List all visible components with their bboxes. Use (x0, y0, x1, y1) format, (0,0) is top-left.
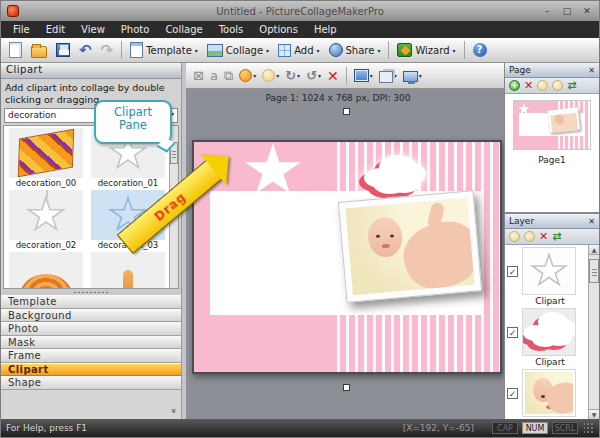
fit-window-button[interactable]: ▾ (352, 68, 375, 83)
clipart-item[interactable]: decoration_00 (7, 128, 85, 188)
clipart-item-label: decoration_00 (16, 178, 77, 188)
menu-collage[interactable]: Collage (157, 21, 210, 38)
template-label: Template (146, 45, 192, 56)
crop-icon: ⧉ (224, 69, 233, 83)
menu-edit[interactable]: Edit (38, 21, 73, 38)
section-shape[interactable]: Shape (1, 376, 181, 390)
arrange-layers-icon (379, 71, 393, 83)
move-page-down-button[interactable] (552, 80, 563, 91)
chevron-down-icon: ▾ (318, 72, 321, 79)
section-photo[interactable]: Photo (1, 322, 181, 336)
layer-visibility-checkbox[interactable]: ✓ (507, 388, 518, 399)
layer-item-photo[interactable]: ✓ (507, 369, 587, 417)
baby-photo-object[interactable] (338, 190, 482, 302)
monitor-icon (403, 71, 418, 82)
restore-button[interactable]: □ (561, 5, 573, 17)
arrange-button[interactable]: ▾ (377, 67, 399, 84)
layer-item-star[interactable]: ✓ Clipart (507, 247, 587, 306)
opacity-button[interactable]: ▾ (260, 68, 281, 83)
close-icon[interactable]: ✕ (588, 217, 595, 226)
menu-view[interactable]: View (73, 21, 113, 38)
chevron-down-icon: ▾ (394, 72, 397, 79)
zoom-fit-button[interactable]: ⊠ (191, 68, 206, 84)
share-button[interactable]: Share ▾ (325, 41, 385, 59)
layer-item-cloud[interactable]: ✓ Clipart (507, 308, 587, 367)
page-thumbnail[interactable] (513, 100, 591, 150)
delete-object-button[interactable]: ✕ (325, 68, 341, 84)
layer-visibility-checkbox[interactable]: ✓ (507, 266, 518, 277)
template-button[interactable]: Template ▾ (126, 40, 202, 60)
layer-scrollbar[interactable]: ▲ ▼ (588, 245, 599, 419)
section-background[interactable]: Background (1, 309, 181, 323)
color-adjust-button[interactable]: ▾ (237, 68, 258, 83)
menu-tools[interactable]: Tools (211, 21, 252, 38)
preview-button[interactable]: ▾ (401, 69, 424, 83)
section-template[interactable]: Template (1, 295, 181, 309)
switch-page-button[interactable]: ⇄ (567, 79, 576, 92)
add-button[interactable]: Add ▾ (274, 42, 323, 59)
collage-icon (207, 44, 223, 57)
scroll-down-icon[interactable]: ▼ (589, 409, 599, 419)
page-panel: Page ✕ + ✕ ⇄ Page1 (505, 63, 599, 212)
layer-up-button[interactable] (509, 231, 520, 242)
page-panel-title: Page (509, 65, 531, 75)
save-button[interactable] (52, 41, 74, 59)
layer-thumbnail-cloud (522, 308, 576, 356)
collage-page[interactable] (192, 140, 502, 374)
scroll-up-icon[interactable]: ▲ (589, 245, 599, 255)
clipart-category-value: decoration (8, 110, 56, 121)
toolbar-separator (346, 67, 347, 85)
selection-handle-bottom[interactable] (343, 384, 350, 391)
rotate-cw-button[interactable]: ↻▾ (283, 68, 302, 84)
selection-handle-top[interactable] (343, 108, 350, 115)
scrollbar-handle[interactable] (589, 259, 599, 283)
open-button[interactable] (27, 41, 51, 60)
cloud-clipart-object[interactable] (362, 156, 426, 196)
section-frame[interactable]: Frame (1, 349, 181, 363)
layer-visibility-checkbox[interactable]: ✓ (507, 327, 518, 338)
undo-icon: ↶ (79, 43, 92, 58)
status-help-text: For Help, press F1 (6, 423, 87, 433)
thumb-photo (548, 107, 580, 132)
canvas-area[interactable]: Page 1: 1024 x 768 px, DPI: 300 (186, 89, 504, 419)
clipart-panel-header: Clipart (1, 63, 181, 79)
help-button[interactable]: ? (469, 41, 491, 59)
delete-layer-button[interactable]: ✕ (539, 230, 548, 243)
menu-help[interactable]: Help (306, 21, 345, 38)
swap-layer-button[interactable]: ⇄ (552, 230, 561, 243)
new-button[interactable] (5, 40, 26, 60)
collage-button[interactable]: Collage ▾ (203, 42, 273, 59)
menu-photo[interactable]: Photo (113, 21, 158, 38)
redo-button[interactable]: ↷ (97, 41, 118, 60)
clipart-item[interactable] (7, 252, 85, 289)
window-title: Untitled - PictureCollageMakerPro (1, 6, 599, 17)
delete-page-button[interactable]: ✕ (524, 79, 533, 92)
menu-options[interactable]: Options (251, 21, 306, 38)
layer-down-button[interactable] (524, 231, 535, 242)
layer-list: ✓ Clipart ✓ Clipart (505, 245, 599, 419)
close-icon[interactable]: ✕ (588, 66, 595, 75)
section-clipart-active[interactable]: Clipart (1, 363, 181, 377)
crop-button[interactable]: ⧉ (222, 68, 235, 84)
open-folder-icon (31, 46, 47, 58)
clipart-item[interactable]: decoration_02 (7, 190, 85, 250)
chevron-down-icon: ▾ (266, 47, 269, 54)
resize-grip[interactable] (584, 422, 594, 434)
more-sections-icon[interactable]: » (169, 408, 179, 414)
clipart-item[interactable] (89, 252, 167, 289)
wizard-button[interactable]: Wizard ▾ (393, 41, 459, 59)
add-page-button[interactable]: + (509, 80, 520, 91)
zoom-actual-button[interactable]: a (208, 68, 220, 84)
star-clipart-object[interactable] (244, 143, 302, 198)
close-button[interactable]: ✕ (581, 5, 593, 17)
layer-label: Clipart (523, 296, 577, 306)
minimize-button[interactable]: – (541, 5, 553, 17)
help-icon: ? (473, 43, 487, 57)
undo-button[interactable]: ↶ (75, 41, 96, 60)
section-mask[interactable]: Mask (1, 336, 181, 350)
menu-file[interactable]: File (5, 21, 38, 38)
layer-thumbnail-photo (522, 369, 576, 417)
rotate-ccw-button[interactable]: ↺▾ (304, 68, 323, 84)
move-page-up-button[interactable] (537, 80, 548, 91)
clipart-thumbnail-candle (91, 252, 165, 289)
